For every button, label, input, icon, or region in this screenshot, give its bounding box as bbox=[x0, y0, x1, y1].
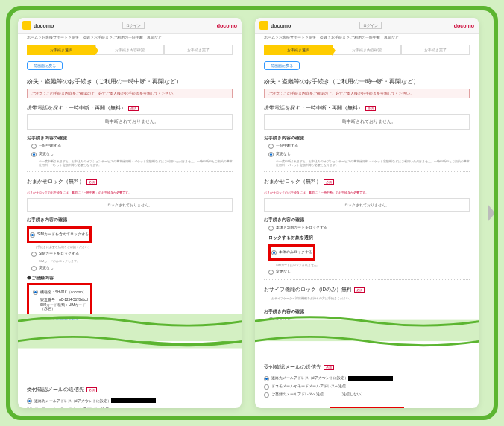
breadcrumb: ホーム > お客様サポート > 紛失・盗難 > お手続き > ご利用の一時中断・… bbox=[255, 34, 479, 42]
screenshot-left: docomo ログイン docomo ホーム > お客様サポート > 紛失・盗難… bbox=[18, 18, 242, 408]
step-2: お手続き内容確認 bbox=[333, 45, 401, 55]
mail-title: 受付確認メールの送信先必須 bbox=[27, 384, 233, 395]
phone-status-box: 一時中断されておりません。 bbox=[27, 114, 233, 130]
omakase-status-box: ロックされておりません。 bbox=[264, 198, 470, 212]
confirm2-label: お手続き内容の確認 bbox=[27, 217, 233, 223]
osaifu-confirm-label: お手続き内容の確認 bbox=[264, 309, 470, 314]
omakase-title: おまかせロック（無料）必須 bbox=[264, 177, 470, 188]
mail-row-2[interactable]: ドコモメールspモードメールアドレスへ送信 bbox=[264, 384, 470, 390]
step-1: お手続き選択 bbox=[264, 45, 333, 55]
step-1: お手続き選択 bbox=[27, 45, 95, 55]
registered-info-title: ◆ご登録内容 bbox=[27, 276, 233, 281]
mail-row-1[interactable]: 連絡先メールアドレス（dアカウントに設定） bbox=[27, 398, 233, 404]
phone-section-title: 携帯電話を探す・一時中断・再開（無料）必須 bbox=[264, 103, 470, 114]
mail-row-2[interactable]: ドコモメールspモードメールアドレスへ送信 bbox=[27, 406, 233, 408]
radio-web-body-only[interactable]: 本体のみロックする bbox=[271, 249, 312, 255]
brand-right-logo: docomo bbox=[217, 23, 237, 28]
progress-steps: お手続き選択 お手続き内容確認 お手続き完了 bbox=[255, 42, 479, 58]
highlight-sim-radio: SIMカードを含めてロックする bbox=[27, 226, 92, 243]
radio-web-nochange[interactable]: 変更なし bbox=[268, 269, 470, 275]
omakase-note: おまかせロックのお手続きには、事前に「一時中断」のお手続きが必要です。 bbox=[27, 191, 233, 194]
logo-icon bbox=[22, 21, 31, 30]
phone-section-title: 携帯電話を探す・一時中断・再開（無料）必須 bbox=[27, 103, 233, 114]
step-3: お手続き完了 bbox=[401, 45, 470, 55]
mail-title: 受付確認メールの送信先必須 bbox=[264, 362, 470, 373]
omakase-note: おまかせロックのお手続きには、事前に「一時中断」のお手続きが必要です。 bbox=[264, 191, 470, 194]
page-title: 紛失・盗難等のお手続き（ご利用の一時中断・再開など） bbox=[27, 77, 233, 86]
brand-name: docomo bbox=[34, 23, 54, 28]
mail-row-3[interactable]: ご登録のメールアドレスへ送信 （送信しない） bbox=[264, 392, 470, 398]
omakase-status-box: ロックされておりません。 bbox=[27, 198, 233, 212]
back-button-top[interactable]: 前画面に戻る bbox=[264, 61, 300, 70]
warning-banner: ご注意：この手続き内容をご確認の上、必ずご本人様がお手続きを実施してください。 bbox=[264, 89, 470, 98]
highlight-registered-info: 機種名：SH-01K（docomo） 製造番号：AB-1234-5678abcd… bbox=[27, 283, 92, 317]
radio-web-lock-both[interactable]: 本体とSIMカードをロックする bbox=[268, 225, 470, 231]
logo-icon bbox=[259, 21, 268, 30]
highlight-primary-button: 同意して次へ bbox=[330, 407, 404, 408]
mail-row-1[interactable]: 連絡先メールアドレス（dアカウントに設定） bbox=[264, 375, 470, 381]
warning-banner: ご注意：この手続き内容をご確認の上、必ずご本人様がお手続きを実施してください。 bbox=[27, 89, 233, 98]
screenshot-right: docomo ログイン docomo ホーム > お客様サポート > 紛失・盗難… bbox=[255, 18, 479, 408]
brand-name: docomo bbox=[271, 23, 291, 28]
highlight-web-radio: 本体のみロックする bbox=[268, 244, 315, 261]
login-button[interactable]: ログイン bbox=[359, 22, 382, 29]
radio-device-1[interactable] bbox=[33, 290, 38, 295]
login-button[interactable]: ログイン bbox=[122, 22, 145, 29]
phone-status-box: 一時中断されておりません。 bbox=[264, 114, 470, 130]
lock-target-label: ロックする対象を選択 bbox=[268, 235, 470, 241]
progress-steps: お手続き選択 お手続き内容確認 お手続き完了 bbox=[18, 42, 242, 58]
radio-nochange-1[interactable]: 変更なし bbox=[31, 151, 233, 157]
reapply-label: お手続き内容の確認 bbox=[264, 136, 470, 141]
radio-nochange-2[interactable]: 変更なし bbox=[31, 265, 233, 271]
step-3: お手続き完了 bbox=[164, 45, 233, 55]
omakase-title: おまかせロック（無料）必須 bbox=[27, 177, 233, 188]
radio-suspend[interactable]: 一時中断する bbox=[268, 143, 470, 149]
breadcrumb: ホーム > お客様サポート > 紛失・盗難 > お手続き > ご利用の一時中断・… bbox=[18, 34, 242, 42]
osaifu-title: おサイフ機能のロック（iDのみ）無料必須 bbox=[264, 284, 470, 296]
back-button-top[interactable]: 前画面に戻る bbox=[27, 61, 63, 70]
brand-right-logo: docomo bbox=[454, 23, 474, 28]
confirm2-label: お手続き内容の確認 bbox=[264, 217, 470, 223]
radio-nochange-1[interactable]: 変更なし bbox=[268, 151, 470, 157]
radio-sim-only[interactable]: SIMカードをロックする bbox=[31, 251, 233, 257]
page-title: 紛失・盗難等のお手続き（ご利用の一時中断・再開など） bbox=[264, 77, 470, 86]
next-arrow-icon bbox=[488, 204, 495, 222]
reapply-label: お手続き内容の確認 bbox=[27, 136, 233, 141]
radio-suspend[interactable]: 一時中断する bbox=[31, 143, 233, 149]
radio-sim-lock[interactable]: SIMカードを含めてロックする bbox=[30, 232, 89, 238]
step-2: お手続き内容確認 bbox=[95, 45, 164, 55]
